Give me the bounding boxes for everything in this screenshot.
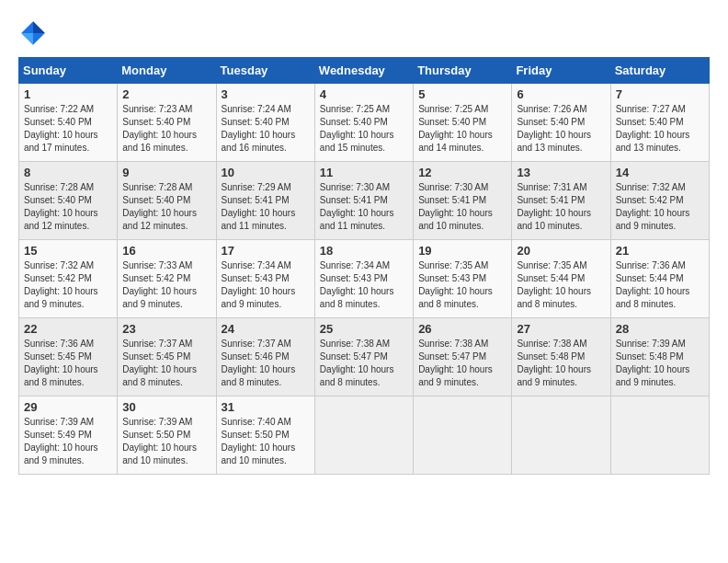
day-number: 30	[122, 400, 210, 414]
day-number: 1	[24, 87, 112, 101]
logo-icon	[18, 18, 48, 48]
day-info: Sunrise: 7:35 AM Sunset: 5:44 PM Dayligh…	[517, 259, 605, 311]
weekday-header-row: SundayMondayTuesdayWednesdayThursdayFrid…	[19, 58, 710, 84]
weekday-header-monday: Monday	[118, 58, 216, 84]
svg-marker-1	[33, 21, 45, 33]
calendar-cell: 15Sunrise: 7:32 AM Sunset: 5:42 PM Dayli…	[19, 240, 118, 318]
day-number: 26	[418, 322, 506, 336]
calendar-cell: 14Sunrise: 7:32 AM Sunset: 5:42 PM Dayli…	[610, 162, 709, 240]
logo	[18, 18, 51, 48]
svg-marker-2	[21, 33, 33, 45]
day-info: Sunrise: 7:26 AM Sunset: 5:40 PM Dayligh…	[517, 103, 605, 155]
calendar-cell: 24Sunrise: 7:37 AM Sunset: 5:46 PM Dayli…	[216, 318, 314, 396]
calendar-cell: 20Sunrise: 7:35 AM Sunset: 5:44 PM Dayli…	[512, 240, 610, 318]
calendar-cell: 12Sunrise: 7:30 AM Sunset: 5:41 PM Dayli…	[414, 162, 512, 240]
day-info: Sunrise: 7:39 AM Sunset: 5:49 PM Dayligh…	[24, 416, 112, 467]
day-info: Sunrise: 7:34 AM Sunset: 5:43 PM Dayligh…	[320, 259, 408, 311]
day-number: 14	[616, 166, 704, 179]
calendar-week-row: 22Sunrise: 7:36 AM Sunset: 5:45 PM Dayli…	[19, 318, 710, 396]
calendar-cell: 10Sunrise: 7:29 AM Sunset: 5:41 PM Dayli…	[216, 162, 314, 240]
calendar-cell: 2Sunrise: 7:23 AM Sunset: 5:40 PM Daylig…	[118, 84, 216, 162]
day-number: 5	[418, 87, 506, 101]
calendar-week-row: 15Sunrise: 7:32 AM Sunset: 5:42 PM Dayli…	[19, 240, 710, 318]
day-info: Sunrise: 7:33 AM Sunset: 5:42 PM Dayligh…	[122, 259, 210, 311]
day-info: Sunrise: 7:34 AM Sunset: 5:43 PM Dayligh…	[222, 259, 310, 311]
day-info: Sunrise: 7:30 AM Sunset: 5:41 PM Dayligh…	[320, 181, 408, 233]
day-info: Sunrise: 7:39 AM Sunset: 5:48 PM Dayligh…	[616, 338, 704, 389]
day-info: Sunrise: 7:40 AM Sunset: 5:50 PM Dayligh…	[222, 416, 310, 467]
day-number: 8	[24, 166, 112, 179]
day-info: Sunrise: 7:29 AM Sunset: 5:41 PM Dayligh…	[222, 181, 310, 233]
day-number: 11	[320, 166, 408, 179]
day-info: Sunrise: 7:38 AM Sunset: 5:47 PM Dayligh…	[320, 338, 408, 389]
day-number: 12	[418, 166, 506, 179]
calendar-cell: 9Sunrise: 7:28 AM Sunset: 5:40 PM Daylig…	[118, 162, 216, 240]
day-number: 16	[122, 244, 210, 258]
day-number: 15	[24, 244, 112, 258]
day-info: Sunrise: 7:38 AM Sunset: 5:47 PM Dayligh…	[418, 338, 506, 389]
day-info: Sunrise: 7:36 AM Sunset: 5:44 PM Dayligh…	[616, 259, 704, 311]
calendar-cell	[512, 396, 610, 475]
day-number: 4	[320, 87, 408, 101]
header	[18, 18, 710, 48]
day-number: 23	[122, 322, 210, 336]
calendar-cell	[314, 396, 413, 475]
day-number: 25	[320, 322, 408, 336]
day-info: Sunrise: 7:28 AM Sunset: 5:40 PM Dayligh…	[122, 181, 210, 233]
day-info: Sunrise: 7:35 AM Sunset: 5:43 PM Dayligh…	[418, 259, 506, 311]
calendar-cell: 27Sunrise: 7:38 AM Sunset: 5:48 PM Dayli…	[512, 318, 610, 396]
day-info: Sunrise: 7:27 AM Sunset: 5:40 PM Dayligh…	[616, 103, 704, 155]
weekday-header-sunday: Sunday	[19, 58, 118, 84]
calendar-week-row: 1Sunrise: 7:22 AM Sunset: 5:40 PM Daylig…	[19, 84, 710, 162]
day-number: 28	[616, 322, 704, 336]
day-info: Sunrise: 7:36 AM Sunset: 5:45 PM Dayligh…	[24, 338, 112, 389]
weekday-header-friday: Friday	[512, 58, 610, 84]
day-info: Sunrise: 7:31 AM Sunset: 5:41 PM Dayligh…	[517, 181, 605, 233]
calendar-body: 1Sunrise: 7:22 AM Sunset: 5:40 PM Daylig…	[19, 84, 710, 475]
calendar-cell: 31Sunrise: 7:40 AM Sunset: 5:50 PM Dayli…	[216, 396, 314, 475]
day-number: 6	[517, 87, 605, 101]
calendar-cell: 1Sunrise: 7:22 AM Sunset: 5:40 PM Daylig…	[19, 84, 118, 162]
day-info: Sunrise: 7:37 AM Sunset: 5:46 PM Dayligh…	[222, 338, 310, 389]
day-number: 19	[418, 244, 506, 258]
calendar-cell: 7Sunrise: 7:27 AM Sunset: 5:40 PM Daylig…	[610, 84, 709, 162]
day-number: 3	[222, 87, 310, 101]
day-info: Sunrise: 7:30 AM Sunset: 5:41 PM Dayligh…	[418, 181, 506, 233]
calendar-table: SundayMondayTuesdayWednesdayThursdayFrid…	[18, 57, 710, 475]
day-number: 2	[122, 87, 210, 101]
calendar-cell	[610, 396, 709, 475]
day-number: 27	[517, 322, 605, 336]
day-info: Sunrise: 7:25 AM Sunset: 5:40 PM Dayligh…	[320, 103, 408, 155]
calendar-cell: 18Sunrise: 7:34 AM Sunset: 5:43 PM Dayli…	[314, 240, 413, 318]
calendar-cell: 25Sunrise: 7:38 AM Sunset: 5:47 PM Dayli…	[314, 318, 413, 396]
calendar-cell: 11Sunrise: 7:30 AM Sunset: 5:41 PM Dayli…	[314, 162, 413, 240]
day-number: 21	[616, 244, 704, 258]
calendar-cell: 8Sunrise: 7:28 AM Sunset: 5:40 PM Daylig…	[19, 162, 118, 240]
day-number: 7	[616, 87, 704, 101]
day-info: Sunrise: 7:39 AM Sunset: 5:50 PM Dayligh…	[122, 416, 210, 467]
day-number: 20	[517, 244, 605, 258]
calendar-cell: 5Sunrise: 7:25 AM Sunset: 5:40 PM Daylig…	[414, 84, 512, 162]
day-info: Sunrise: 7:37 AM Sunset: 5:45 PM Dayligh…	[122, 338, 210, 389]
day-info: Sunrise: 7:32 AM Sunset: 5:42 PM Dayligh…	[24, 259, 112, 311]
calendar-cell: 30Sunrise: 7:39 AM Sunset: 5:50 PM Dayli…	[118, 396, 216, 475]
day-info: Sunrise: 7:24 AM Sunset: 5:40 PM Dayligh…	[222, 103, 310, 155]
calendar-cell: 21Sunrise: 7:36 AM Sunset: 5:44 PM Dayli…	[610, 240, 709, 318]
calendar-cell: 28Sunrise: 7:39 AM Sunset: 5:48 PM Dayli…	[610, 318, 709, 396]
calendar-week-row: 29Sunrise: 7:39 AM Sunset: 5:49 PM Dayli…	[19, 396, 710, 475]
calendar-cell: 16Sunrise: 7:33 AM Sunset: 5:42 PM Dayli…	[118, 240, 216, 318]
day-info: Sunrise: 7:25 AM Sunset: 5:40 PM Dayligh…	[418, 103, 506, 155]
day-info: Sunrise: 7:32 AM Sunset: 5:42 PM Dayligh…	[616, 181, 704, 233]
calendar-cell: 23Sunrise: 7:37 AM Sunset: 5:45 PM Dayli…	[118, 318, 216, 396]
day-number: 17	[222, 244, 310, 258]
day-number: 10	[222, 166, 310, 179]
calendar-cell	[414, 396, 512, 475]
calendar-cell: 19Sunrise: 7:35 AM Sunset: 5:43 PM Dayli…	[414, 240, 512, 318]
weekday-header-tuesday: Tuesday	[216, 58, 314, 84]
calendar-cell: 4Sunrise: 7:25 AM Sunset: 5:40 PM Daylig…	[314, 84, 413, 162]
day-number: 18	[320, 244, 408, 258]
day-info: Sunrise: 7:23 AM Sunset: 5:40 PM Dayligh…	[122, 103, 210, 155]
day-info: Sunrise: 7:38 AM Sunset: 5:48 PM Dayligh…	[517, 338, 605, 389]
weekday-header-saturday: Saturday	[610, 58, 709, 84]
weekday-header-thursday: Thursday	[414, 58, 512, 84]
